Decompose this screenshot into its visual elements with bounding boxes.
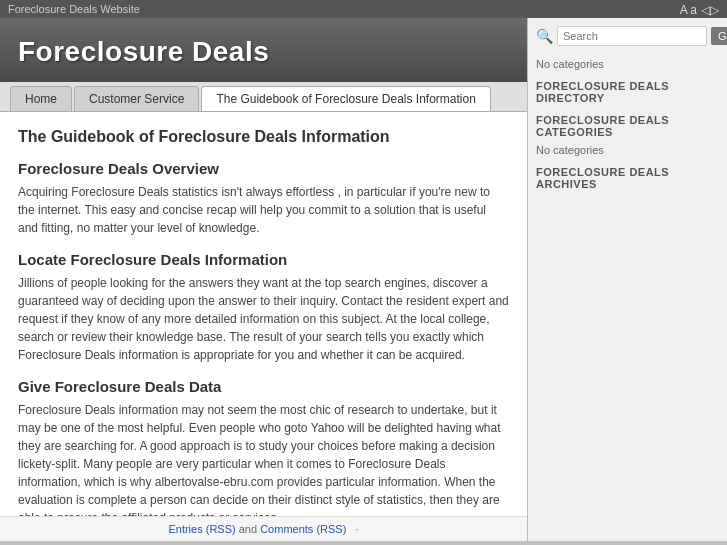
search-icon: 🔍 xyxy=(536,26,553,46)
tab-home[interactable]: Home xyxy=(10,86,72,111)
footer-and-text: and xyxy=(239,523,257,535)
sidebar-no-categories-1: No categories xyxy=(536,58,719,70)
article-body: The Guidebook of Foreclosure Deals Infor… xyxy=(0,112,527,519)
site-footer: Entries (RSS) and Comments (RSS) · xyxy=(0,516,527,541)
search-input[interactable] xyxy=(557,26,707,46)
article-heading-locate: Locate Foreclosure Deals Information xyxy=(18,251,509,268)
sidebar-section-categories: FORECLOSURE DEALS CATEGORIES xyxy=(536,114,719,138)
font-size-icon: A a xyxy=(680,3,697,17)
search-button[interactable]: Go xyxy=(711,27,727,45)
site-title: Foreclosure Deals xyxy=(18,36,509,68)
sidebar-section-archives: FORECLOSURE DEALS ARCHIVES xyxy=(536,166,719,190)
entries-rss-link[interactable]: Entries (RSS) xyxy=(168,523,235,535)
top-right-icons: A a ◁▷ xyxy=(680,3,719,17)
top-bar: Foreclosure Deals Website A a ◁▷ xyxy=(0,0,727,18)
sidebar: 🔍 Go No categories FORECLOSURE DEALS DIR… xyxy=(527,18,727,541)
article-para-1: Acquiring Foreclosure Deals statistics i… xyxy=(18,183,509,237)
sidebar-section-directory: FORECLOSURE DEALS DIRECTORY xyxy=(536,80,719,104)
article-heading-overview: Foreclosure Deals Overview xyxy=(18,160,509,177)
nav-tabs: Home Customer Service The Guidebook of F… xyxy=(0,82,527,112)
site-header: Foreclosure Deals xyxy=(0,18,527,82)
article-main-heading: The Guidebook of Foreclosure Deals Infor… xyxy=(18,128,509,146)
article-para-3: Foreclosure Deals information may not se… xyxy=(18,401,509,519)
main-content: Foreclosure Deals Home Customer Service … xyxy=(0,18,527,541)
footer-bullet: · xyxy=(356,523,359,535)
page-wrapper: Foreclosure Deals Home Customer Service … xyxy=(0,18,727,541)
tab-guidebook[interactable]: The Guidebook of Foreclosure Deals Infor… xyxy=(201,86,490,111)
comments-rss-link[interactable]: Comments (RSS) xyxy=(260,523,346,535)
article-para-2: Jillions of people looking for the answe… xyxy=(18,274,509,364)
article-heading-give: Give Foreclosure Deals Data xyxy=(18,378,509,395)
site-url-label: Foreclosure Deals Website xyxy=(8,3,140,15)
tab-customer-service[interactable]: Customer Service xyxy=(74,86,199,111)
arrows-icon: ◁▷ xyxy=(701,3,719,17)
search-widget: 🔍 Go xyxy=(536,26,719,46)
sidebar-no-categories-2: No categories xyxy=(536,144,719,156)
